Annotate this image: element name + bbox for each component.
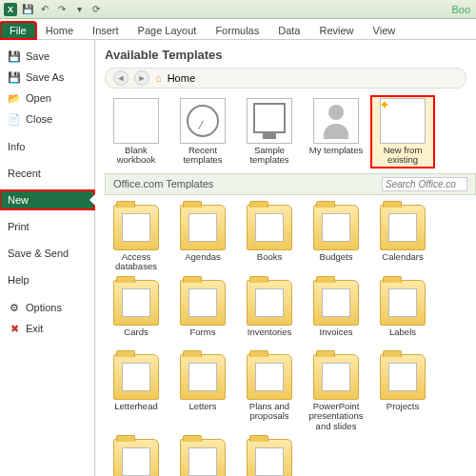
title-bar: X 💾 ↶ ↷ ▾ ⟳ Boo xyxy=(0,0,476,19)
folder-calendars[interactable]: Calendars xyxy=(371,203,434,274)
folder-agendas[interactable]: Agendas xyxy=(171,203,234,274)
app-icon: X xyxy=(4,3,17,16)
tile-label: Labels xyxy=(372,327,433,347)
folder-budgets[interactable]: Budgets xyxy=(305,203,367,274)
save-icon: 💾 xyxy=(8,50,21,63)
tile-label: Letters xyxy=(172,402,233,421)
tile-label: Budgets xyxy=(306,252,367,271)
nav-open[interactable]: 📂Open xyxy=(0,88,94,109)
office-templates-grid: Access databases Agendas Books Budgets C… xyxy=(105,195,476,476)
undo-icon[interactable]: ↶ xyxy=(38,3,51,16)
folder-records[interactable]: Records xyxy=(171,437,234,476)
qat-dropdown-icon[interactable]: ▾ xyxy=(72,3,86,16)
close-icon: 📄 xyxy=(8,112,21,126)
nav-label: Help xyxy=(8,274,30,286)
folder-letterhead[interactable]: Letterhead xyxy=(105,352,168,433)
folder-projects[interactable]: Projects xyxy=(371,352,434,433)
panel-heading: Available Templates xyxy=(105,48,476,62)
tile-label: Invoices xyxy=(306,327,367,347)
folder-letters[interactable]: Letters xyxy=(171,352,234,433)
tile-label: Calendars xyxy=(372,252,433,271)
folder-labels[interactable]: Labels xyxy=(371,278,434,348)
nav-forward-button[interactable]: ► xyxy=(134,70,149,86)
folder-powerpoint[interactable]: PowerPoint presentations and slides xyxy=(305,352,367,433)
tile-label: Books xyxy=(239,252,300,271)
breadcrumb: ◄ ► ⌂ Home xyxy=(105,68,466,89)
backstage-view: 💾Save 💾Save As 📂Open 📄Close Info Recent … xyxy=(0,40,476,476)
templates-panel: Available Templates ◄ ► ⌂ Home Blank wor… xyxy=(95,40,476,476)
nav-save-send[interactable]: Save & Send xyxy=(0,244,94,263)
tile-label: Sample templates xyxy=(239,146,300,166)
window-title: Boo xyxy=(451,4,470,15)
nav-label: Close xyxy=(26,113,52,125)
tile-label: PowerPoint presentations and slides xyxy=(306,402,367,431)
folder-reports[interactable]: Reports xyxy=(238,437,301,476)
tile-label: Cards xyxy=(106,327,167,347)
template-sample-templates[interactable]: Sample templates xyxy=(238,96,301,168)
nav-label: Info xyxy=(8,141,25,152)
folder-invoices[interactable]: Invoices xyxy=(305,278,367,348)
redo-icon[interactable]: ↷ xyxy=(55,3,69,16)
template-my-templates[interactable]: My templates xyxy=(305,96,367,168)
nav-label: New xyxy=(8,194,29,206)
tab-data[interactable]: Data xyxy=(268,22,309,39)
folder-plans-proposals[interactable]: Plans and proposals xyxy=(238,352,301,433)
tab-insert[interactable]: Insert xyxy=(83,22,129,39)
folder-receipts[interactable]: Receipts xyxy=(105,437,168,476)
folder-cards[interactable]: Cards xyxy=(105,278,168,348)
nav-label: Open xyxy=(26,92,51,104)
tile-label: Access databases xyxy=(106,252,167,272)
open-icon: 📂 xyxy=(8,91,21,105)
nav-help[interactable]: Help xyxy=(0,270,94,289)
search-input[interactable] xyxy=(382,177,467,191)
nav-label: Save & Send xyxy=(8,248,69,259)
folder-inventories[interactable]: Inventories xyxy=(238,278,301,348)
nav-back-button[interactable]: ◄ xyxy=(113,70,129,86)
tile-label: Recent templates xyxy=(172,146,233,166)
nav-print[interactable]: Print xyxy=(0,217,94,236)
folder-access-databases[interactable]: Access databases xyxy=(105,203,168,274)
quick-access-toolbar: 💾 ↶ ↷ ▾ ⟳ xyxy=(21,3,103,16)
tile-label: Inventories xyxy=(239,327,300,347)
nav-label: Options xyxy=(26,302,62,313)
nav-save-as[interactable]: 💾Save As xyxy=(0,67,94,88)
breadcrumb-home[interactable]: Home xyxy=(168,72,195,84)
tile-label: My templates xyxy=(306,146,367,165)
section-label: Office.com Templates xyxy=(113,178,213,189)
template-recent-templates[interactable]: Recent templates xyxy=(171,96,234,168)
tile-label: Blank workbook xyxy=(106,146,167,166)
office-templates-header: Office.com Templates xyxy=(105,173,476,195)
folder-books[interactable]: Books xyxy=(238,203,301,274)
template-blank-workbook[interactable]: Blank workbook xyxy=(105,96,168,168)
nav-options[interactable]: ⚙Options xyxy=(0,297,94,318)
local-templates-row: Blank workbook Recent templates Sample t… xyxy=(105,96,476,168)
tab-formulas[interactable]: Formulas xyxy=(206,22,268,39)
folder-forms[interactable]: Forms xyxy=(171,278,234,348)
nav-new[interactable]: New xyxy=(0,190,94,209)
nav-exit[interactable]: ✖Exit xyxy=(0,318,94,339)
gear-icon: ⚙ xyxy=(8,301,21,314)
refresh-icon[interactable]: ⟳ xyxy=(89,3,103,16)
nav-close[interactable]: 📄Close xyxy=(0,109,94,129)
nav-save[interactable]: 💾Save xyxy=(0,46,94,67)
tile-label: Agendas xyxy=(172,252,233,271)
save-as-icon: 💾 xyxy=(8,70,21,84)
sparkle-icon: ✦ xyxy=(379,97,390,112)
nav-info[interactable]: Info xyxy=(0,137,94,156)
tile-label: New from existing xyxy=(372,146,433,166)
exit-icon: ✖ xyxy=(8,322,21,335)
nav-label: Save As xyxy=(26,71,64,83)
tab-view[interactable]: View xyxy=(364,22,406,39)
tab-review[interactable]: Review xyxy=(309,22,363,39)
template-new-from-existing[interactable]: ✦New from existing xyxy=(371,96,434,168)
home-icon[interactable]: ⌂ xyxy=(155,72,162,84)
tile-label: Letterhead xyxy=(106,402,167,421)
nav-label: Exit xyxy=(26,323,43,334)
tab-file[interactable]: File xyxy=(0,22,36,39)
nav-recent[interactable]: Recent xyxy=(0,164,94,183)
tab-home[interactable]: Home xyxy=(36,22,83,39)
nav-label: Recent xyxy=(8,168,41,179)
tab-page-layout[interactable]: Page Layout xyxy=(129,22,207,39)
save-icon[interactable]: 💾 xyxy=(21,3,34,16)
backstage-nav: 💾Save 💾Save As 📂Open 📄Close Info Recent … xyxy=(0,40,95,476)
